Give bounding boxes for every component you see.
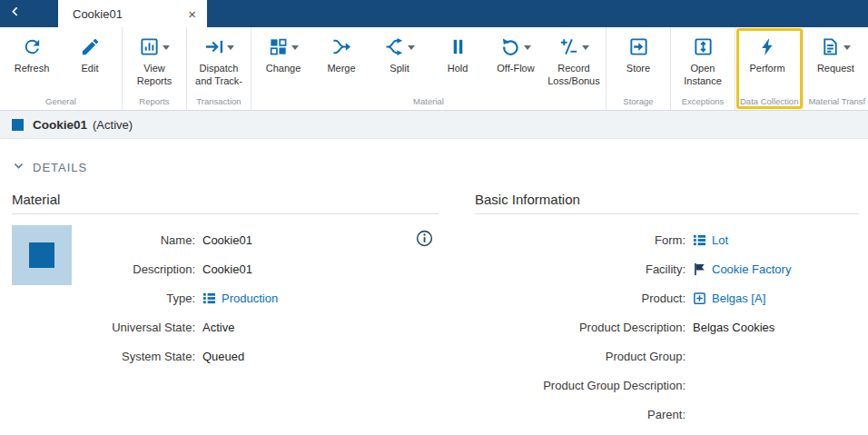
field-row-description: Description: Cookie01 — [84, 254, 439, 283]
chevron-down-icon — [291, 45, 299, 50]
button-label: Record Loss/Bonus — [545, 63, 603, 88]
change-button[interactable]: Change — [254, 30, 312, 75]
field-label: Universal State: — [84, 321, 195, 334]
chevron-down-icon — [163, 45, 170, 50]
tab-title: Cookie01 — [73, 7, 184, 21]
field-value: Cookie Factory — [712, 262, 791, 276]
field-row-product-description: Product Description: Belgas Cookies — [475, 312, 859, 341]
field-label: Parent: — [475, 408, 686, 421]
tab-bar: Cookie01 × — [0, 0, 868, 27]
toolbar-group-exceptions: Open Instance Exceptions — [671, 27, 735, 110]
button-label: Dispatch and Track- — [190, 63, 248, 88]
material-thumbnail-square — [29, 242, 54, 268]
field-label: Name: — [84, 233, 195, 247]
toolbar-group-storage: Store Storage — [607, 27, 671, 110]
hold-button[interactable]: Hold — [429, 30, 487, 75]
edit-icon — [80, 36, 101, 57]
field-row-product-group: Product Group: — [475, 341, 859, 371]
chevron-down-icon — [227, 45, 234, 50]
field-value: Lot — [712, 233, 728, 247]
close-icon[interactable]: × — [184, 5, 200, 23]
details-section-toggle[interactable]: DETAILS — [13, 159, 122, 175]
dispatch-icon — [203, 36, 224, 57]
product-icon — [693, 292, 706, 305]
bar-chart-icon — [139, 36, 160, 57]
open-instance-icon — [693, 36, 714, 57]
group-label-exceptions: Exceptions — [674, 94, 732, 110]
button-label: Edit — [82, 63, 99, 75]
basic-information-panel: Basic Information Form: Lot Facility: — [475, 192, 859, 429]
button-label: Hold — [448, 63, 469, 75]
field-label: Form: — [475, 233, 686, 247]
button-label: Split — [390, 63, 409, 75]
hold-icon — [448, 36, 469, 57]
off-flow-button[interactable]: Off-Flow — [487, 30, 545, 75]
button-label: Perform — [749, 63, 784, 75]
record-loss-bonus-button[interactable]: Record Loss/Bonus — [545, 30, 603, 88]
field-label: Product Description: — [475, 321, 686, 334]
field-label: Description: — [84, 262, 195, 276]
back-button[interactable] — [0, 0, 31, 27]
basic-information-heading: Basic Information — [475, 192, 859, 214]
refresh-icon — [22, 36, 43, 57]
chevron-left-icon — [8, 5, 23, 23]
button-label: Request — [817, 63, 854, 75]
field-row-type: Type: Production — [84, 283, 439, 312]
view-reports-button[interactable]: View Reports — [125, 30, 183, 88]
entity-header: Cookie01 (Active) — [0, 111, 868, 139]
button-label: Change — [266, 63, 301, 75]
tab-cookie01[interactable]: Cookie01 × — [58, 0, 207, 27]
chevron-down-icon — [524, 45, 531, 50]
request-button[interactable]: Request — [806, 30, 864, 75]
field-label: Product Group Description: — [475, 379, 686, 392]
material-panel: Material Name: Cookie01 — [12, 192, 439, 429]
group-label-transaction: Transaction — [190, 94, 248, 110]
group-label-reports: Reports — [125, 94, 183, 110]
field-value: Cookie01 — [202, 262, 252, 276]
facility-link[interactable]: Cookie Factory — [693, 262, 791, 276]
lightning-icon — [757, 36, 778, 57]
list-icon — [693, 233, 706, 247]
details-content: Material Name: Cookie01 — [0, 175, 868, 429]
toolbar-group-transaction: Dispatch and Track- Transaction — [187, 27, 252, 110]
button-label: Merge — [327, 63, 355, 75]
details-section-label: DETAILS — [33, 161, 87, 174]
entity-status: (Active) — [93, 118, 133, 132]
button-label: Off-Flow — [497, 63, 534, 75]
app-window: Cookie01 × Refresh Edit Gen — [0, 0, 868, 429]
field-row-product-group-description: Product Group Description: — [475, 371, 859, 400]
group-label-general: General — [3, 94, 119, 110]
edit-button[interactable]: Edit — [61, 30, 119, 75]
open-instance-button[interactable]: Open Instance — [674, 30, 732, 88]
plus-minus-icon — [558, 36, 579, 57]
refresh-button[interactable]: Refresh — [3, 30, 61, 75]
dispatch-and-track-button[interactable]: Dispatch and Track- — [190, 30, 248, 88]
form-link[interactable]: Lot — [693, 233, 728, 247]
chevron-down-icon — [582, 45, 589, 50]
group-label-storage: Storage — [609, 94, 667, 110]
type-link[interactable]: Production — [202, 292, 278, 305]
field-label: Product Group: — [475, 350, 686, 363]
store-icon — [628, 36, 649, 57]
product-link[interactable]: Belgas [A] — [693, 292, 765, 305]
chevron-down-icon — [843, 45, 851, 50]
store-button[interactable]: Store — [609, 30, 667, 75]
info-button[interactable] — [416, 230, 433, 250]
group-label-material: Material — [254, 94, 603, 110]
field-label: Type: — [84, 292, 195, 305]
perform-button[interactable]: Perform — [738, 30, 796, 75]
toolbar-group-data-collection: Perform Data Collection — [735, 27, 804, 110]
toolbar-group-reports: View Reports Reports — [123, 27, 187, 110]
toolbar-group-material: Change Merge Split — [252, 27, 607, 110]
merge-button[interactable]: Merge — [312, 30, 370, 75]
field-value: Active — [202, 321, 234, 334]
group-label-data-collection: Data Collection — [738, 94, 800, 110]
field-label: System State: — [84, 350, 195, 363]
list-icon — [202, 292, 216, 305]
toolbar-group-general: Refresh Edit General — [0, 27, 123, 110]
split-button[interactable]: Split — [370, 30, 429, 75]
field-value: Cookie01 — [202, 233, 252, 247]
merge-icon — [331, 36, 352, 57]
chevron-down-icon — [408, 45, 415, 50]
field-label: Facility: — [475, 262, 686, 276]
